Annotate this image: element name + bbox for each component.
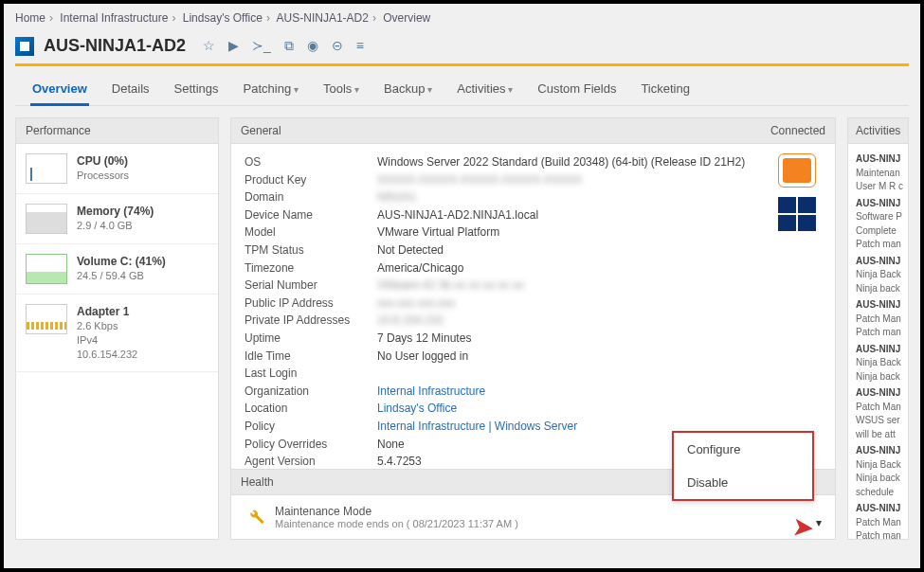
breadcrumb-device[interactable]: AUS-NINJA1-AD2	[277, 11, 369, 25]
breadcrumb-loc[interactable]: Lindsay's Office	[183, 11, 263, 25]
activity-line: Complete	[856, 224, 900, 239]
activities-header: Activities	[848, 118, 908, 144]
activity-line: schedule	[856, 486, 900, 500]
title-row: AUS-NINJA1-AD2 ☆ ▶ ≻_ ⧉ ◉ ⊝ ≡	[4, 32, 920, 63]
general-header: General	[241, 124, 281, 137]
arrow-annotation: ➤	[791, 510, 816, 544]
tab-patching[interactable]: Patching	[242, 76, 300, 105]
gen-value[interactable]: Internal Infrastructure	[377, 383, 822, 401]
gen-value: AUS-NINJA1-AD2.NINJA1.local	[377, 206, 822, 224]
gen-value: No User logged in	[377, 348, 822, 366]
tab-ticketing[interactable]: Ticketing	[639, 76, 692, 105]
gen-label: Uptime	[245, 330, 377, 348]
gen-label: Policy	[245, 418, 377, 436]
activity-line: AUS-NINJ	[856, 255, 900, 269]
device-tabs: OverviewDetailsSettingsPatchingToolsBack…	[15, 66, 909, 106]
tab-overview[interactable]: Overview	[30, 76, 89, 105]
activities-panel: Activities AUS-NINJMaintenanUser M R cAU…	[847, 117, 909, 540]
maintenance-title: Maintenance Mode	[275, 505, 518, 518]
gen-value: VMware Virtual Platform	[377, 223, 822, 241]
perf-cpu[interactable]: CPU (0%)Processors	[16, 144, 218, 194]
gen-label: Last Login	[245, 365, 377, 383]
activity-line: Patch man	[856, 326, 900, 340]
activity-line: Ninja back	[856, 370, 900, 384]
gen-row: Uptime7 Days 12 Minutes	[245, 330, 822, 348]
gen-label: Policy Overrides	[245, 436, 377, 454]
volume-sparkline-icon	[26, 254, 67, 284]
breadcrumb-org[interactable]: Internal Infrastructure	[60, 11, 168, 25]
page-title: AUS-NINJA1-AD2	[44, 36, 186, 56]
terminal-icon[interactable]: ≻_	[252, 38, 271, 54]
activity-line: Ninja Back	[856, 356, 900, 370]
performance-panel: Performance CPU (0%)Processors Memory (7…	[15, 117, 219, 540]
gen-row: Device NameAUS-NINJA1-AD2.NINJA1.local	[245, 206, 822, 224]
activity-line: Maintenan	[856, 167, 900, 181]
activities-list[interactable]: AUS-NINJMaintenanUser M R cAUS-NINJSoftw…	[848, 144, 908, 540]
activity-line: Patch man	[856, 238, 900, 252]
tab-custom-fields[interactable]: Custom Fields	[535, 76, 618, 105]
gen-row: ModelVMware Virtual Platform	[245, 223, 822, 241]
gen-label: Idle Time	[245, 348, 377, 366]
gen-value: America/Chicago	[377, 259, 822, 277]
maintenance-popup: Configure Disable	[672, 431, 814, 501]
perf-adapter[interactable]: Adapter 12.6 KbpsIPv410.6.154.232	[16, 295, 218, 372]
gen-label: Product Key	[245, 171, 377, 189]
popup-disable[interactable]: Disable	[674, 466, 812, 499]
tab-backup[interactable]: Backup	[382, 76, 434, 105]
gen-row: OrganizationInternal Infrastructure	[245, 383, 822, 401]
gen-value[interactable]: Lindsay's Office	[377, 400, 822, 418]
activity-line: Patch Man	[856, 401, 900, 415]
play-icon[interactable]: ▶	[228, 38, 239, 54]
maintenance-sub: Maintenance mode ends on ( 08/21/2023 11…	[275, 518, 518, 529]
popup-configure[interactable]: Configure	[674, 433, 812, 466]
adapter-sparkline-icon	[26, 304, 67, 334]
gen-value	[377, 365, 822, 383]
activity-line: AUS-NINJ	[856, 444, 900, 458]
tab-tools[interactable]: Tools	[321, 76, 361, 105]
remote-icon[interactable]: ⧉	[284, 38, 294, 54]
tab-settings[interactable]: Settings	[172, 76, 221, 105]
gen-label: Domain	[245, 188, 377, 206]
gen-label: Timezone	[245, 259, 377, 277]
tab-activities[interactable]: Activities	[455, 76, 515, 105]
gen-label: Device Name	[245, 206, 377, 224]
activity-line: Software P	[856, 210, 900, 224]
gen-value: Windows Server 2022 Standard (Build 2034…	[377, 153, 822, 171]
gen-label: Public IP Address	[245, 295, 377, 313]
gen-row: LocationLindsay's Office	[245, 400, 822, 418]
gen-value: 7 Days 12 Minutes	[377, 330, 822, 348]
activity-line: AUS-NINJ	[856, 298, 900, 313]
gen-row: Last Login	[245, 365, 822, 383]
stop-icon[interactable]: ⊝	[332, 38, 343, 54]
gen-value: NINJA1	[377, 188, 822, 206]
activity-line: Patch man	[856, 529, 900, 540]
gen-label: Private IP Addresses	[245, 312, 377, 330]
breadcrumb-home[interactable]: Home	[15, 11, 45, 25]
performance-header: Performance	[16, 118, 218, 144]
gen-label: Organization	[245, 383, 377, 401]
activity-line: WSUS ser	[856, 414, 900, 428]
gen-row: TimezoneAmerica/Chicago	[245, 259, 822, 277]
gen-value: Not Detected	[377, 241, 822, 259]
gen-row: Product KeyXXXXX-XXXXX-XXXXX-XXXXX-XXXXX	[245, 171, 822, 189]
activity-line: will be att	[856, 428, 900, 442]
wrench-icon	[245, 505, 265, 526]
gen-row: TPM StatusNot Detected	[245, 241, 822, 259]
circle-play-icon[interactable]: ◉	[307, 38, 318, 54]
gen-label: Serial Number	[245, 277, 377, 295]
gen-label: Model	[245, 223, 377, 241]
activity-line: Ninja Back	[856, 268, 900, 282]
tab-details[interactable]: Details	[110, 76, 152, 105]
cpu-sparkline-icon	[26, 153, 67, 184]
list-icon[interactable]: ≡	[356, 38, 364, 54]
general-panel: General Connected OSWindows Server 2022 …	[230, 117, 836, 540]
gen-row: Private IP Addresses10.6.154.232	[245, 312, 822, 330]
breadcrumb: Home› Internal Infrastructure› Lindsay's…	[4, 4, 920, 32]
perf-volume-c[interactable]: Volume C: (41%)24.5 / 59.4 GB	[16, 244, 218, 295]
star-icon[interactable]: ☆	[203, 38, 215, 54]
gen-label: TPM Status	[245, 241, 377, 259]
memory-sparkline-icon	[26, 204, 67, 234]
perf-memory[interactable]: Memory (74%)2.9 / 4.0 GB	[16, 194, 218, 244]
activity-line: AUS-NINJ	[856, 197, 900, 211]
maintenance-dropdown-icon[interactable]: ▾	[816, 516, 822, 529]
